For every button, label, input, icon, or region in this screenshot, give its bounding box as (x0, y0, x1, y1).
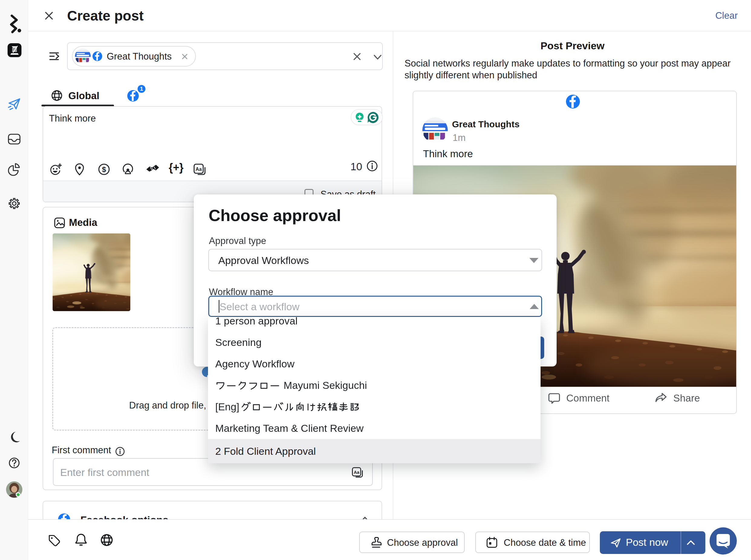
svg-text:Aa: Aa (354, 470, 360, 475)
svg-text:Aa: Aa (196, 166, 202, 172)
svg-text:$: $ (102, 165, 106, 174)
